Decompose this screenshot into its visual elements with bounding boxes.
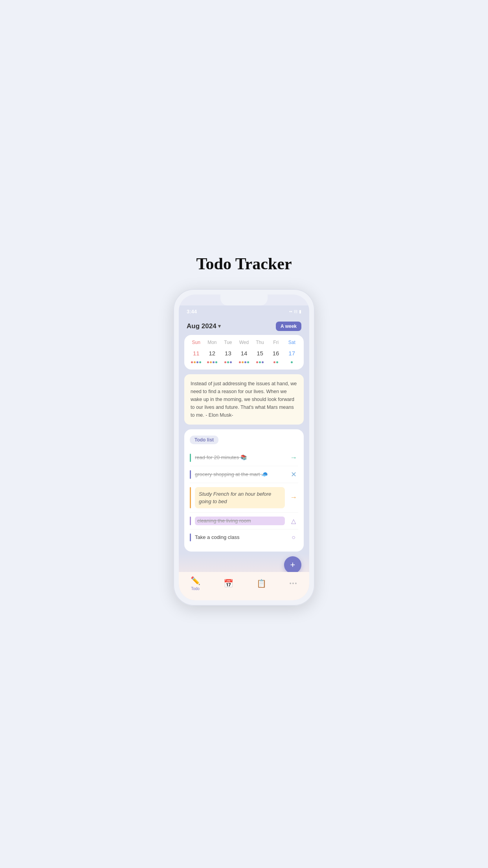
day-17[interactable]: 17 <box>284 348 300 358</box>
dots-sun <box>188 360 204 364</box>
nav-todo[interactable]: ✏️ Todo <box>191 576 200 591</box>
dots-fri <box>268 360 284 364</box>
month-label: Aug 2024 <box>187 322 216 330</box>
quote-box: Instead of just addressing the issues at… <box>184 374 304 425</box>
signal-icon: ▪▪ <box>289 309 292 314</box>
phone-frame: 3:44 ▪▪ ⊟ ▮ Aug 2024 ▾ A week <box>173 289 315 606</box>
app-title: Todo Tracker <box>196 254 292 273</box>
day-label-wed: Wed <box>236 340 252 345</box>
dots-tue <box>220 360 236 364</box>
todo-label: Todo list <box>190 436 218 444</box>
todo-bar-1 <box>190 454 191 462</box>
day-labels: Sun Mon Tue Wed Thu Fri Sat <box>188 340 300 345</box>
day-label-sun: Sun <box>188 340 204 345</box>
day-14[interactable]: 14 <box>236 348 252 358</box>
status-icons: ▪▪ ⊟ ▮ <box>289 309 301 314</box>
todo-highlight-3: Study French for an hour before going to… <box>195 487 285 508</box>
status-time: 3:44 <box>187 309 197 314</box>
day-label-thu: Thu <box>252 340 268 345</box>
side-button-left <box>171 336 173 350</box>
wifi-icon: ⊟ <box>294 309 297 314</box>
calendar-header: Aug 2024 ▾ A week <box>184 316 304 335</box>
dots-thu <box>252 360 268 364</box>
page-wrapper: Todo Tracker 3:44 ▪▪ ⊟ ▮ Aug 20 <box>163 239 325 630</box>
day-label-tue: Tue <box>220 340 236 345</box>
arrow-right-icon-1: → <box>289 454 298 462</box>
cross-icon-2: ✕ <box>289 470 298 479</box>
todo-bar-5 <box>190 533 191 541</box>
week-view-button[interactable]: A week <box>276 322 301 331</box>
todo-item-2[interactable]: grocery shopping at the mart 🧢 ✕ <box>190 466 298 483</box>
dots-mon <box>204 360 220 364</box>
quote-text: Instead of just addressing the issues at… <box>191 381 297 418</box>
circle-icon-5: ○ <box>289 534 298 541</box>
todo-nav-label: Todo <box>191 587 200 591</box>
phone-content: Aug 2024 ▾ A week Sun Mon Tue Wed Thu Fr… <box>179 316 309 601</box>
day-dots <box>188 360 300 364</box>
day-numbers: 11 12 13 14 15 16 17 <box>188 348 300 358</box>
todo-text-1: read for 20 minutes 📚 <box>195 454 285 461</box>
todo-bar-2 <box>190 470 191 479</box>
todo-item-5[interactable]: Take a coding class ○ <box>190 530 298 545</box>
day-12[interactable]: 12 <box>204 348 220 358</box>
side-button-right <box>315 344 317 368</box>
todo-item-3[interactable]: Study French for an hour before going to… <box>190 483 298 513</box>
todo-section: Todo list read for 20 minutes 📚 → grocer… <box>184 429 304 552</box>
todo-bar-3 <box>190 487 191 508</box>
notes-nav-icon: 📋 <box>257 579 266 588</box>
phone-screen: 3:44 ▪▪ ⊟ ▮ Aug 2024 ▾ A week <box>179 294 309 601</box>
triangle-icon-4: △ <box>289 517 298 525</box>
nav-more[interactable]: ••• <box>290 580 298 587</box>
plus-icon: + <box>290 560 295 570</box>
dots-wed <box>236 360 252 364</box>
day-13[interactable]: 13 <box>220 348 236 358</box>
status-bar: 3:44 ▪▪ ⊟ ▮ <box>179 305 309 316</box>
calendar-nav-icon: 📅 <box>224 579 233 588</box>
nav-notes[interactable]: 📋 <box>257 579 266 588</box>
todo-text-4: cleaning the living room <box>195 517 285 525</box>
todo-text-2: grocery shopping at the mart 🧢 <box>195 471 285 478</box>
todo-item-1[interactable]: read for 20 minutes 📚 → <box>190 450 298 466</box>
nav-calendar[interactable]: 📅 <box>224 579 233 588</box>
day-11[interactable]: 11 <box>188 348 204 358</box>
arrow-right-icon-3: → <box>289 493 298 502</box>
dots-sat <box>284 360 300 364</box>
todo-text-5: Take a coding class <box>195 534 285 541</box>
bottom-nav: ✏️ Todo 📅 📋 ••• <box>179 572 309 600</box>
month-selector[interactable]: Aug 2024 ▾ <box>187 322 221 330</box>
day-16[interactable]: 16 <box>268 348 284 358</box>
calendar-grid: Sun Mon Tue Wed Thu Fri Sat 11 12 13 14 … <box>184 335 304 370</box>
battery-icon: ▮ <box>299 309 301 314</box>
todo-bar-4 <box>190 517 191 525</box>
day-label-sat: Sat <box>284 340 300 345</box>
todo-nav-icon: ✏️ <box>191 576 200 585</box>
day-label-fri: Fri <box>268 340 284 345</box>
day-15[interactable]: 15 <box>252 348 268 358</box>
day-label-mon: Mon <box>204 340 220 345</box>
phone-notch <box>220 294 268 305</box>
todo-text-3: Study French for an hour before going to… <box>199 491 271 504</box>
todo-item-4[interactable]: cleaning the living room △ <box>190 513 298 530</box>
chevron-down-icon: ▾ <box>218 323 221 329</box>
add-todo-button[interactable]: + <box>284 556 301 574</box>
more-nav-icon: ••• <box>290 580 298 587</box>
